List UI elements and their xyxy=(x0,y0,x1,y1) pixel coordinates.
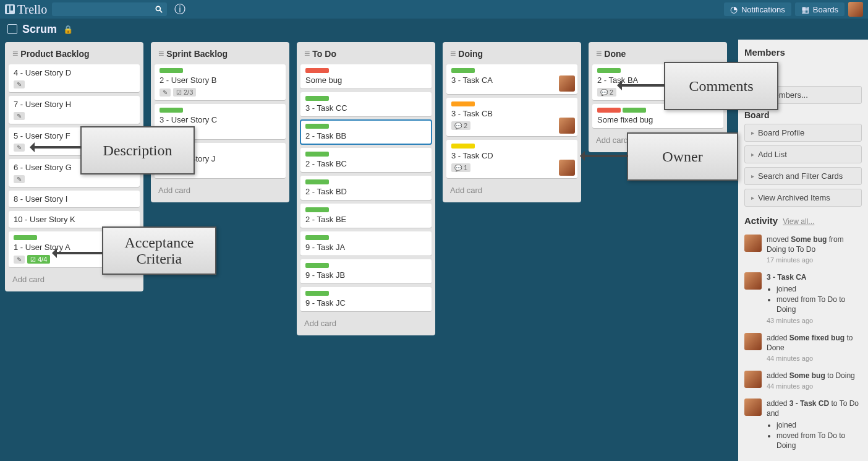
list-header[interactable]: ≡Doing xyxy=(446,46,577,64)
card-label xyxy=(305,96,329,101)
card-badges: ✎☑2/3 xyxy=(160,88,281,97)
view-archived-link[interactable]: ▸View Archived Items xyxy=(744,189,862,207)
card-title: 9 - Task JC xyxy=(305,298,427,308)
search-filter-link[interactable]: ▸Search and Filter Cards xyxy=(744,167,862,185)
menu-icon[interactable]: ≡ xyxy=(12,48,18,59)
board-profile-link[interactable]: ▸Board Profile xyxy=(744,124,862,142)
list-header[interactable]: ≡To Do xyxy=(300,46,432,64)
comment-icon: 💬 xyxy=(454,123,462,129)
activity-avatar[interactable] xyxy=(744,235,762,252)
card[interactable]: 2 - User Story B✎☑2/3 xyxy=(155,64,286,100)
annotation-description: Description xyxy=(80,126,195,174)
notifications-button[interactable]: ◔ Notifications xyxy=(724,2,791,16)
card[interactable]: 3 - Task CD💬1 xyxy=(446,140,577,178)
activity-time: 44 minutes ago xyxy=(767,382,855,391)
boards-button[interactable]: ▦ Boards xyxy=(795,2,845,16)
caret-icon: ▸ xyxy=(751,194,754,201)
card-title: 3 - Task CD xyxy=(451,151,572,160)
pencil-icon: ✎ xyxy=(163,89,168,96)
card-title: 2 - Task BD xyxy=(305,187,427,196)
menu-icon[interactable]: ≡ xyxy=(158,48,164,59)
card[interactable]: 2 - Task BD xyxy=(300,176,432,200)
card-title: Some fixed bug xyxy=(597,115,718,124)
activity-text: added Some bug to Doing44 minutes ago xyxy=(767,371,855,391)
info-icon[interactable]: ⓘ xyxy=(174,2,185,17)
card[interactable]: 9 - Task JC xyxy=(300,287,432,311)
board-name[interactable]: Scrum xyxy=(22,23,57,36)
activity-avatar[interactable] xyxy=(744,333,762,350)
add-card-button[interactable]: Add card xyxy=(446,182,577,199)
add-list-link[interactable]: ▸Add List xyxy=(744,145,862,163)
card-title: 3 - Task CB xyxy=(451,109,572,118)
menu-icon[interactable]: ≡ xyxy=(304,48,310,59)
card-label xyxy=(160,68,183,73)
activity-item: added Some fixed bug to Done44 minutes a… xyxy=(744,333,862,363)
menu-icon[interactable]: ≡ xyxy=(450,48,456,59)
card-label xyxy=(451,144,475,149)
lock-icon[interactable]: 🔒 xyxy=(63,25,73,34)
search-icon xyxy=(155,5,163,14)
logo[interactable]: Trello xyxy=(5,2,47,17)
annotation-owner: Owner xyxy=(627,132,738,181)
arrow-icon xyxy=(581,155,628,157)
search-button[interactable] xyxy=(151,2,167,16)
activity-item: added 3 - Task CD to To Do andjoinedmove… xyxy=(744,399,862,452)
add-card-button[interactable]: Add card xyxy=(155,182,286,199)
card-member-avatar[interactable] xyxy=(559,118,575,134)
card-title: 8 - User Story I xyxy=(14,194,135,204)
card-title: 9 - Task JB xyxy=(305,270,427,280)
menu-icon[interactable]: ≡ xyxy=(596,48,602,59)
comment-icon: 💬 xyxy=(454,165,462,171)
card[interactable]: 3 - Task CC xyxy=(300,92,432,116)
card-title: 2 - User Story B xyxy=(160,75,281,85)
card[interactable]: 8 - User Story I xyxy=(9,191,140,207)
add-card-button[interactable]: Add card xyxy=(300,315,432,332)
user-avatar[interactable] xyxy=(848,2,863,17)
card[interactable]: Some bug xyxy=(300,64,432,88)
card[interactable]: 2 - Task BB xyxy=(300,120,432,144)
board-icon xyxy=(7,24,17,34)
logo-icon xyxy=(5,4,15,14)
card-label xyxy=(305,152,329,157)
card[interactable]: 2 - Task BC xyxy=(300,148,432,172)
list-header[interactable]: ≡Sprint Backlog xyxy=(155,46,286,64)
activity-text: added Some fixed bug to Done44 minutes a… xyxy=(767,333,862,363)
card[interactable]: 2 - Task BE xyxy=(300,204,432,228)
card-title: 3 - Task CC xyxy=(305,103,427,113)
card-title: 2 - Task BB xyxy=(305,131,427,140)
card-member-avatar[interactable] xyxy=(559,75,575,92)
card-badges: 💬1 xyxy=(451,163,572,172)
activity-avatar[interactable] xyxy=(744,399,762,416)
activity-avatar[interactable] xyxy=(744,371,762,388)
activity-time: 44 minutes ago xyxy=(767,354,862,363)
card-label xyxy=(451,68,475,73)
activity-avatar[interactable] xyxy=(744,272,762,290)
card[interactable]: 3 - Task CA xyxy=(446,64,577,94)
view-all-link[interactable]: View all... xyxy=(783,217,814,226)
card[interactable]: 7 - User Story H✎ xyxy=(9,96,140,124)
card-label xyxy=(305,124,329,129)
members-title: Members xyxy=(744,47,862,58)
logo-text: Trello xyxy=(17,2,47,17)
arrow-icon xyxy=(618,84,665,87)
annotation-acceptance: Acceptance Criteria xyxy=(102,226,216,275)
pencil-icon: ✎ xyxy=(17,113,22,119)
comment-icon: 💬 xyxy=(600,89,608,96)
card[interactable]: 10 - User Story K xyxy=(9,211,140,228)
search-input[interactable] xyxy=(52,2,151,16)
card-label xyxy=(14,235,37,240)
activity-time: 17 minutes ago xyxy=(767,256,862,265)
card[interactable]: 4 - User Story D✎ xyxy=(9,64,140,92)
card-member-avatar[interactable] xyxy=(559,160,575,176)
caret-icon: ▸ xyxy=(751,151,754,158)
activity-item: moved Some bug from Doing to To Do17 min… xyxy=(744,235,862,265)
card-label xyxy=(305,263,329,268)
list-header[interactable]: ≡Product Backlog xyxy=(9,46,140,64)
list-title: To Do xyxy=(312,49,336,59)
card[interactable]: 3 - Task CB💬2 xyxy=(446,98,577,136)
card[interactable]: 9 - Task JB xyxy=(300,259,432,283)
pencil-icon: ✎ xyxy=(17,256,22,263)
card[interactable]: 9 - Task JA xyxy=(300,231,432,256)
card-title: 10 - User Story K xyxy=(14,215,135,224)
list: ≡Sprint Backlog2 - User Story B✎☑2/33 - … xyxy=(151,42,289,202)
